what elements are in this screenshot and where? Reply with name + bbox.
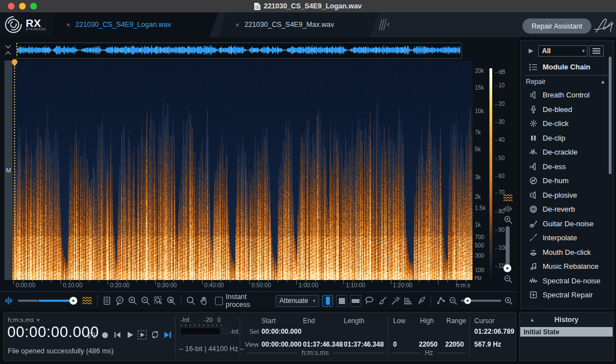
module-list-overflow-dots: ··· (529, 302, 539, 310)
vertical-zoom-in-icon[interactable] (503, 215, 513, 225)
playhead-time-display[interactable]: 00:00:00.000 (7, 324, 99, 341)
module-filter-select[interactable]: All ▾ (538, 45, 587, 57)
module-spectral-de-noise[interactable]: Spectral De-noise (521, 274, 613, 288)
return-to-start-icon[interactable] (113, 330, 122, 339)
frequency-selection-tool[interactable] (350, 295, 361, 307)
freq-range-value[interactable]: 22050 (445, 340, 464, 348)
record-button-icon[interactable] (101, 331, 109, 339)
module-de-crackle[interactable]: De-crackle (521, 145, 613, 160)
repair-section-header[interactable]: Repair ▲ (521, 77, 613, 87)
magnify-glass-tool-icon[interactable] (186, 296, 196, 306)
module-interpolate[interactable]: Interpolate (521, 231, 613, 245)
module-de-clip[interactable]: De-clip (521, 131, 613, 146)
view-length-value[interactable]: 01:37:46.348 (344, 340, 384, 348)
playhead-marker-icon[interactable] (11, 59, 18, 68)
channel-strip[interactable]: M (4, 60, 12, 280)
module-menu-button[interactable] (589, 45, 604, 57)
connect-points-tool-icon[interactable] (436, 296, 446, 306)
module-de-click[interactable]: De-click (521, 116, 613, 131)
signature-scribble-icon[interactable] (592, 16, 615, 35)
feather-tool-icon[interactable] (416, 296, 426, 306)
zoom-in-icon[interactable] (128, 296, 138, 306)
module-label: De-ess (543, 162, 566, 171)
module-list-scrollbar[interactable] (609, 57, 612, 174)
play-return-icon[interactable] (163, 330, 172, 339)
mouth-de-click-icon (529, 248, 538, 256)
document-icon (254, 3, 260, 10)
waveform-view-icon[interactable] (503, 205, 512, 213)
timeline-zoom-out-icon[interactable] (449, 296, 458, 306)
timeline-zoom-slider[interactable] (461, 297, 501, 305)
spectral-de-noise-icon (529, 276, 538, 285)
time-format-selector[interactable]: h:m:s.ms ▼ (8, 316, 41, 323)
sel-start-value[interactable]: 00:00:00.000 (262, 328, 301, 335)
spectrogram-view-icon[interactable] (503, 194, 513, 203)
zoom-to-selection-icon[interactable] (153, 296, 164, 306)
timeline-zoom-knob[interactable] (464, 297, 471, 304)
module-chain-item[interactable]: Module Chain (521, 60, 613, 74)
play-selection-icon[interactable] (137, 330, 147, 340)
module-guitar-de-noise[interactable]: Guitar De-noise (521, 217, 613, 231)
vertical-zoom-out-icon[interactable] (503, 274, 513, 284)
timeline-ruler[interactable]: h:m:s 0:00:000:10:000:20:000:30:000:40:0… (12, 280, 473, 290)
brush-selection-icon[interactable] (377, 296, 388, 306)
tab-max[interactable]: × 221030_CS_S4E9_Max.wav (218, 12, 379, 37)
run-module-play-icon[interactable]: ▶ (529, 47, 533, 54)
zoom-reset-icon[interactable] (166, 296, 176, 306)
view-end-value[interactable]: 01:37:46.348 (303, 340, 343, 348)
freq-tick: 1.5k (475, 206, 486, 211)
playhead-line[interactable] (14, 68, 15, 280)
history-panel: ▲ History Initial State (519, 312, 614, 361)
close-tab-icon[interactable]: × (66, 21, 71, 29)
freq-low-value[interactable]: 0 (393, 340, 397, 348)
monitor-headphones-icon[interactable] (87, 330, 97, 339)
time-selection-tool[interactable] (322, 295, 333, 307)
event-list-icon[interactable] (102, 296, 112, 306)
db-axis-title: dB (498, 69, 505, 75)
spectrogram-waveform-blend-slider[interactable] (18, 297, 77, 305)
waveform-overview[interactable] (17, 43, 462, 59)
magic-wand-tool-icon[interactable] (390, 296, 400, 306)
tab-logan[interactable]: × 221030_CS_S4E9_Logan.wav (54, 12, 218, 37)
vertical-zoom-slider-knob[interactable] (503, 264, 511, 272)
collapse-section-icon[interactable]: ▲ (600, 79, 605, 85)
module-de-ess[interactable]: ss De-ess (521, 160, 613, 174)
module-de-hum[interactable]: De-hum (521, 174, 613, 188)
loop-playback-icon[interactable] (150, 330, 160, 339)
instant-process-checkbox[interactable] (215, 297, 223, 305)
level-meter-bar[interactable] (180, 328, 221, 335)
module-de-bleed[interactable]: De-bleed (521, 102, 613, 117)
module-spectral-repair[interactable]: Spectral Repair (521, 288, 613, 302)
module-music-rebalance[interactable]: Music Rebalance (521, 259, 613, 274)
tab-overflow-icon[interactable] (377, 17, 393, 32)
lasso-selection-icon[interactable] (364, 296, 375, 306)
time-frequency-selection-tool[interactable] (336, 295, 347, 307)
zoom-out-icon[interactable] (141, 296, 151, 306)
timeline-major-tick (155, 280, 156, 284)
history-item-initial-state[interactable]: Initial State (520, 327, 613, 337)
module-breath-control[interactable]: Breath Control (521, 88, 613, 102)
col-header-start: Start (262, 317, 276, 325)
play-button-icon[interactable] (125, 330, 134, 339)
module-label: De-bleed (543, 105, 572, 114)
module-mouth-de-click[interactable]: Mouth De-click (521, 245, 613, 260)
flatten-tool-icon[interactable] (403, 296, 413, 306)
instant-process-label: Instant process (226, 293, 270, 309)
timeline-minor-tick (447, 280, 448, 282)
repair-assistant-button[interactable]: Repair Assistant (522, 18, 591, 34)
timeline-zoom-in-icon[interactable] (504, 296, 514, 306)
process-mode-select[interactable]: Attenuate ▾ (276, 295, 319, 307)
overview-playhead[interactable] (16, 43, 17, 57)
close-tab-icon[interactable]: × (235, 21, 240, 29)
grab-hand-tool-icon[interactable] (199, 296, 209, 306)
collapse-overview-icon[interactable] (4, 44, 12, 55)
module-de-plosive[interactable]: De-plosive (521, 188, 613, 203)
spectrogram-mode-icon[interactable] (82, 296, 92, 306)
blend-slider-knob[interactable] (69, 297, 77, 305)
view-start-value[interactable]: 00:00:00.000 (262, 340, 301, 348)
module-de-reverb[interactable]: De-reverb (521, 202, 613, 217)
spectrogram-canvas[interactable] (12, 60, 473, 280)
waveform-mode-icon[interactable] (4, 296, 13, 305)
freq-high-value[interactable]: 22050 (419, 340, 437, 348)
comment-tool-icon[interactable] (115, 296, 125, 306)
